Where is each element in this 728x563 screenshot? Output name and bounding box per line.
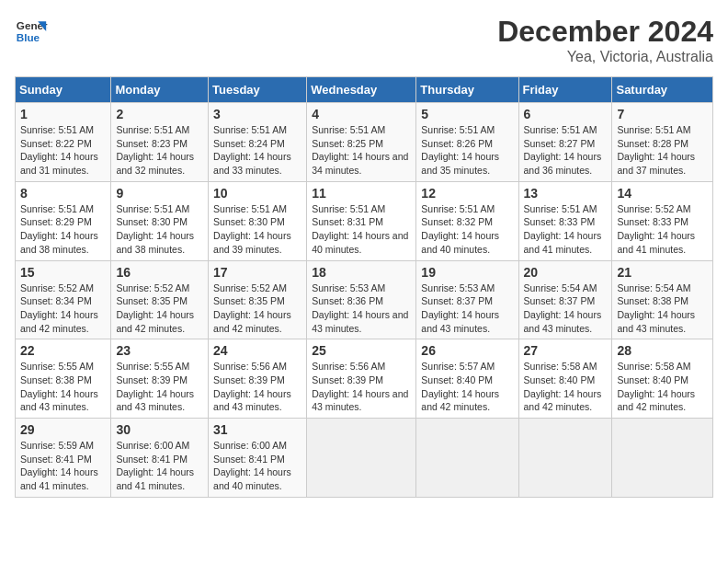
calendar-cell: 21 Sunrise: 5:54 AM Sunset: 8:38 PM Dayl… bbox=[612, 260, 713, 339]
calendar-cell: 28 Sunrise: 5:58 AM Sunset: 8:40 PM Dayl… bbox=[612, 339, 713, 419]
calendar-cell: 14 Sunrise: 5:52 AM Sunset: 8:33 PM Dayl… bbox=[612, 181, 713, 260]
day-number: 13 bbox=[524, 186, 608, 201]
calendar-cell: 6 Sunrise: 5:51 AM Sunset: 8:27 PM Dayli… bbox=[518, 103, 612, 182]
day-detail: Sunrise: 5:51 AM Sunset: 8:23 PM Dayligh… bbox=[116, 123, 203, 178]
header-thursday: Thursday bbox=[416, 77, 518, 103]
calendar-week-1: 1 Sunrise: 5:51 AM Sunset: 8:22 PM Dayli… bbox=[16, 103, 713, 182]
day-detail: Sunrise: 5:51 AM Sunset: 8:29 PM Dayligh… bbox=[20, 202, 106, 257]
calendar-header-row: SundayMondayTuesdayWednesdayThursdayFrid… bbox=[16, 77, 713, 103]
day-number: 24 bbox=[213, 343, 301, 358]
day-detail: Sunrise: 5:54 AM Sunset: 8:38 PM Dayligh… bbox=[617, 282, 708, 336]
day-number: 31 bbox=[213, 422, 301, 437]
day-detail: Sunrise: 5:53 AM Sunset: 8:37 PM Dayligh… bbox=[421, 282, 513, 336]
calendar-cell: 12 Sunrise: 5:51 AM Sunset: 8:32 PM Dayl… bbox=[416, 181, 518, 260]
day-detail: Sunrise: 5:51 AM Sunset: 8:26 PM Dayligh… bbox=[421, 123, 513, 178]
day-detail: Sunrise: 5:51 AM Sunset: 8:27 PM Dayligh… bbox=[524, 123, 608, 178]
logo-icon: General Blue bbox=[15, 15, 48, 48]
day-number: 14 bbox=[617, 186, 708, 201]
day-detail: Sunrise: 5:51 AM Sunset: 8:31 PM Dayligh… bbox=[312, 202, 411, 257]
day-number: 28 bbox=[617, 343, 708, 358]
calendar-body: 1 Sunrise: 5:51 AM Sunset: 8:22 PM Dayli… bbox=[16, 103, 713, 498]
header-monday: Monday bbox=[111, 77, 209, 103]
day-number: 22 bbox=[20, 343, 106, 358]
day-detail: Sunrise: 5:59 AM Sunset: 8:41 PM Dayligh… bbox=[20, 439, 106, 493]
day-detail: Sunrise: 5:51 AM Sunset: 8:32 PM Dayligh… bbox=[421, 202, 513, 257]
day-detail: Sunrise: 5:55 AM Sunset: 8:38 PM Dayligh… bbox=[20, 360, 106, 414]
day-number: 10 bbox=[213, 186, 301, 201]
day-detail: Sunrise: 5:58 AM Sunset: 8:40 PM Dayligh… bbox=[524, 360, 608, 414]
calendar-cell: 24 Sunrise: 5:56 AM Sunset: 8:39 PM Dayl… bbox=[209, 339, 307, 419]
day-detail: Sunrise: 5:51 AM Sunset: 8:30 PM Dayligh… bbox=[116, 202, 203, 257]
day-number: 1 bbox=[20, 107, 106, 121]
day-number: 7 bbox=[617, 107, 708, 121]
day-number: 3 bbox=[213, 107, 301, 121]
calendar-cell: 23 Sunrise: 5:55 AM Sunset: 8:39 PM Dayl… bbox=[111, 339, 209, 419]
calendar-cell: 18 Sunrise: 5:53 AM Sunset: 8:36 PM Dayl… bbox=[307, 260, 416, 339]
day-number: 15 bbox=[20, 265, 106, 280]
calendar-cell: 7 Sunrise: 5:51 AM Sunset: 8:28 PM Dayli… bbox=[612, 103, 713, 182]
calendar-week-2: 8 Sunrise: 5:51 AM Sunset: 8:29 PM Dayli… bbox=[16, 181, 713, 260]
day-number: 29 bbox=[20, 422, 106, 437]
day-number: 20 bbox=[524, 265, 608, 280]
day-detail: Sunrise: 5:56 AM Sunset: 8:39 PM Dayligh… bbox=[213, 360, 301, 414]
calendar-cell: 1 Sunrise: 5:51 AM Sunset: 8:22 PM Dayli… bbox=[16, 103, 111, 182]
calendar-cell bbox=[307, 419, 416, 498]
calendar-week-4: 22 Sunrise: 5:55 AM Sunset: 8:38 PM Dayl… bbox=[16, 339, 713, 419]
day-number: 23 bbox=[116, 343, 203, 358]
day-number: 9 bbox=[116, 186, 203, 201]
calendar-cell: 29 Sunrise: 5:59 AM Sunset: 8:41 PM Dayl… bbox=[16, 419, 111, 498]
day-detail: Sunrise: 5:54 AM Sunset: 8:37 PM Dayligh… bbox=[524, 282, 608, 336]
calendar-cell: 8 Sunrise: 5:51 AM Sunset: 8:29 PM Dayli… bbox=[16, 181, 111, 260]
calendar-cell: 4 Sunrise: 5:51 AM Sunset: 8:25 PM Dayli… bbox=[307, 103, 416, 182]
title-block: December 2024 Yea, Victoria, Australia bbox=[497, 15, 713, 65]
day-number: 8 bbox=[20, 186, 106, 201]
day-detail: Sunrise: 5:51 AM Sunset: 8:24 PM Dayligh… bbox=[213, 123, 301, 178]
header-wednesday: Wednesday bbox=[307, 77, 416, 103]
day-detail: Sunrise: 5:51 AM Sunset: 8:33 PM Dayligh… bbox=[524, 202, 608, 257]
header-sunday: Sunday bbox=[16, 77, 111, 103]
day-detail: Sunrise: 5:52 AM Sunset: 8:35 PM Dayligh… bbox=[116, 282, 203, 336]
calendar-cell: 5 Sunrise: 5:51 AM Sunset: 8:26 PM Dayli… bbox=[416, 103, 518, 182]
day-detail: Sunrise: 5:55 AM Sunset: 8:39 PM Dayligh… bbox=[116, 360, 203, 414]
calendar-cell bbox=[416, 419, 518, 498]
day-detail: Sunrise: 6:00 AM Sunset: 8:41 PM Dayligh… bbox=[116, 439, 203, 493]
day-number: 4 bbox=[312, 107, 411, 121]
day-detail: Sunrise: 5:51 AM Sunset: 8:25 PM Dayligh… bbox=[312, 123, 411, 178]
day-number: 30 bbox=[116, 422, 203, 437]
calendar-cell: 3 Sunrise: 5:51 AM Sunset: 8:24 PM Dayli… bbox=[209, 103, 307, 182]
day-detail: Sunrise: 5:52 AM Sunset: 8:34 PM Dayligh… bbox=[20, 282, 106, 336]
day-detail: Sunrise: 5:58 AM Sunset: 8:40 PM Dayligh… bbox=[617, 360, 708, 414]
svg-text:Blue: Blue bbox=[17, 31, 40, 43]
header-saturday: Saturday bbox=[612, 77, 713, 103]
calendar-cell: 19 Sunrise: 5:53 AM Sunset: 8:37 PM Dayl… bbox=[416, 260, 518, 339]
calendar-cell: 22 Sunrise: 5:55 AM Sunset: 8:38 PM Dayl… bbox=[16, 339, 111, 419]
calendar-cell: 27 Sunrise: 5:58 AM Sunset: 8:40 PM Dayl… bbox=[518, 339, 612, 419]
calendar-cell: 31 Sunrise: 6:00 AM Sunset: 8:41 PM Dayl… bbox=[209, 419, 307, 498]
calendar-cell: 20 Sunrise: 5:54 AM Sunset: 8:37 PM Dayl… bbox=[518, 260, 612, 339]
day-detail: Sunrise: 5:53 AM Sunset: 8:36 PM Dayligh… bbox=[312, 282, 411, 336]
day-number: 17 bbox=[213, 265, 301, 280]
calendar-cell: 15 Sunrise: 5:52 AM Sunset: 8:34 PM Dayl… bbox=[16, 260, 111, 339]
logo: General Blue bbox=[15, 15, 48, 48]
day-number: 19 bbox=[421, 265, 513, 280]
month-title: December 2024 bbox=[497, 15, 713, 49]
day-number: 2 bbox=[116, 107, 203, 121]
day-detail: Sunrise: 5:52 AM Sunset: 8:33 PM Dayligh… bbox=[617, 202, 708, 257]
day-number: 11 bbox=[312, 186, 411, 201]
calendar-cell bbox=[612, 419, 713, 498]
calendar-cell: 10 Sunrise: 5:51 AM Sunset: 8:30 PM Dayl… bbox=[209, 181, 307, 260]
day-detail: Sunrise: 5:51 AM Sunset: 8:22 PM Dayligh… bbox=[20, 123, 106, 178]
calendar-week-5: 29 Sunrise: 5:59 AM Sunset: 8:41 PM Dayl… bbox=[16, 419, 713, 498]
day-number: 5 bbox=[421, 107, 513, 121]
day-number: 12 bbox=[421, 186, 513, 201]
calendar-table: SundayMondayTuesdayWednesdayThursdayFrid… bbox=[15, 76, 713, 498]
day-detail: Sunrise: 5:51 AM Sunset: 8:28 PM Dayligh… bbox=[617, 123, 708, 178]
calendar-cell: 13 Sunrise: 5:51 AM Sunset: 8:33 PM Dayl… bbox=[518, 181, 612, 260]
calendar-week-3: 15 Sunrise: 5:52 AM Sunset: 8:34 PM Dayl… bbox=[16, 260, 713, 339]
calendar-cell: 11 Sunrise: 5:51 AM Sunset: 8:31 PM Dayl… bbox=[307, 181, 416, 260]
page-header: General Blue December 2024 Yea, Victoria… bbox=[15, 15, 713, 65]
calendar-cell: 17 Sunrise: 5:52 AM Sunset: 8:35 PM Dayl… bbox=[209, 260, 307, 339]
header-tuesday: Tuesday bbox=[209, 77, 307, 103]
calendar-cell: 25 Sunrise: 5:56 AM Sunset: 8:39 PM Dayl… bbox=[307, 339, 416, 419]
day-number: 18 bbox=[312, 265, 411, 280]
